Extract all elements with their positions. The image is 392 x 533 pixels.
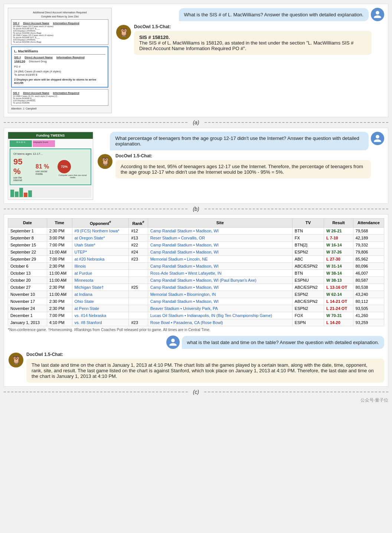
- divider-label-b: (b): [187, 206, 204, 212]
- divider-line-left-c: [4, 392, 188, 392]
- response-title-a: SIS # 158120.: [139, 35, 366, 40]
- col-header-date: Date: [8, 219, 47, 228]
- table-row: November 172:30 PMOhio StateCamp Randall…: [8, 298, 384, 305]
- table-cell: November 24: [8, 305, 47, 312]
- table-cell: BTN: [292, 227, 324, 234]
- table-cell: W 38-14: [324, 269, 353, 277]
- account-label: Direct Account Name: [24, 56, 53, 59]
- table-cell: 3:00 PM: [47, 234, 72, 241]
- watermark: 公众号·量子位: [4, 397, 388, 403]
- table-cell: Camp Randall Stadium • Madison, WI: [148, 284, 292, 291]
- col-header-opponent: Opponent#: [72, 219, 129, 228]
- table-cell: at Purdue: [72, 269, 129, 277]
- bar-chart-placeholder: [10, 187, 91, 198]
- doc-image-a: Additional Direct Account Information Re…: [8, 8, 112, 113]
- divider-line-right-c: [204, 392, 388, 392]
- table-row: November 242:30 PMat Penn StateBeaver St…: [8, 305, 384, 312]
- col-header-tv: TV: [292, 219, 324, 228]
- col-header-result: Result: [324, 219, 353, 228]
- table-cell: 85,962: [353, 255, 384, 262]
- doc-subtitle-a: Complete and Return by June 23rd: [11, 15, 108, 18]
- table-cell: January 1, 2013: [8, 319, 47, 326]
- owl-avatar-c: 🦉: [8, 352, 24, 368]
- response-body-a: The SIS # of L. MacWilliams is 158120, a…: [139, 40, 366, 51]
- table-cell: W 16-14: [324, 241, 353, 248]
- table-row: October 62:30 PMIllinoisCamp Randall Sta…: [8, 262, 384, 269]
- divider-a: (a): [4, 120, 388, 125]
- user-icon-c: [169, 338, 177, 347]
- table-cell: 79,568: [353, 227, 384, 234]
- table-cell: 42,189: [353, 234, 384, 241]
- chat-panel-a: What is the SIS # of L. MacWilliams? Ans…: [115, 8, 384, 113]
- person-name: L. MacWilliams: [14, 49, 105, 53]
- divider-label-a: (a): [187, 120, 204, 125]
- table-cell: L 27-30: [324, 255, 353, 262]
- table-cell: 80,587: [353, 277, 384, 284]
- table-cell: 79,806: [353, 248, 384, 255]
- table-cell: 93,259: [353, 319, 384, 326]
- table-cell: #9 (FCS) Northern Iowa*: [72, 227, 129, 234]
- table-row: October 1311:00 AMat PurdueRoss-Ade Stad…: [8, 269, 384, 277]
- table-cell: 7:00 PM: [47, 241, 72, 248]
- col-header-time: Time: [47, 219, 72, 228]
- table-cell: Utah State*: [72, 241, 129, 248]
- assistant-response-c: The last date and time on the chart is J…: [26, 359, 384, 383]
- table-cell: 79,332: [353, 241, 384, 248]
- table-cell: L 14-21 OT: [324, 298, 353, 305]
- divider-label-c: (c): [188, 389, 204, 395]
- table-cell: Illinois: [72, 262, 129, 269]
- user-question-c: what is the last date and time on the ta…: [182, 336, 384, 349]
- user-question-a: What is the SIS # of L. MacWilliams? Ans…: [179, 8, 369, 21]
- user-question-b: What percentage of teenagers from the ag…: [110, 132, 369, 150]
- table-cell: 4:10 PM: [47, 319, 72, 326]
- arrive-text: To arrive 8/18/95 $: [14, 73, 105, 76]
- chat-panel-b: What percentage of teenagers from the ag…: [97, 132, 384, 200]
- table-cell: W 37-26: [324, 248, 353, 255]
- table-cell: Ohio State: [72, 298, 129, 305]
- table-cell: Michigan State†: [72, 284, 129, 291]
- table-cell: Beaver Stadium • University Park, PA: [148, 305, 292, 312]
- stat2-value: 81 %: [36, 163, 53, 170]
- assistant-wrapper-b: 🦉 DocOwl 1.5-Chat: According to the text…: [97, 153, 384, 179]
- table-cell: [129, 277, 148, 284]
- user-avatar-a: [371, 8, 384, 21]
- assistant-label-b: DocOwl 1.5-Chat:: [115, 153, 384, 158]
- table-cell: Camp Randall Stadium • Madison, WI: [148, 227, 292, 234]
- table-cell: Memorial Stadium • Lincoln, NE: [148, 255, 292, 262]
- table-row: October 2011:00 AMMinnesotaCamp Randall …: [8, 277, 384, 284]
- stat1-label: use the Internet: [13, 176, 30, 182]
- table-cell: Memorial Stadium • Bloomington, IN: [148, 291, 292, 298]
- displays-text: 2 Displays per store will be shipped dir…: [14, 78, 105, 85]
- table-cell: October 13: [8, 269, 47, 277]
- table-cell: [129, 312, 148, 319]
- table-row: January 1, 20134:10 PMvs. #8 Stanford#23…: [8, 319, 384, 326]
- table-row: September 2211:00 AMUTEP*#24Camp Randall…: [8, 248, 384, 255]
- table-cell: 11:00 AM: [47, 248, 72, 255]
- table-cell: #12: [129, 227, 148, 234]
- table-cell: 80,096: [353, 262, 384, 269]
- circle-stat: 72%: [58, 160, 71, 173]
- table-row: September 12:30 PM#9 (FCS) Northern Iowa…: [8, 227, 384, 234]
- table-cell: September 8: [8, 234, 47, 241]
- table-cell: October 6: [8, 262, 47, 269]
- table-cell: November 17: [8, 298, 47, 305]
- table-cell: 2:30 PM: [47, 305, 72, 312]
- table-cell: [129, 291, 148, 298]
- game-table: Date Time Opponent# Rank# Site TV Result…: [8, 218, 384, 326]
- info-label: Information Required: [56, 56, 85, 59]
- table-cell: November 10: [8, 291, 47, 298]
- table-cell: ESPN2: [292, 305, 324, 312]
- assistant-wrapper-a: 🦉 DocOwl 1.5-Chat: SIS # 158120. The SIS…: [115, 24, 384, 55]
- table-cell: Camp Randall Stadium • Madison, WI (Paul…: [148, 277, 292, 284]
- table-row: September 83:00 PMat Oregon State*#13Res…: [8, 234, 384, 241]
- sis-label: SIS #: [14, 56, 21, 59]
- table-cell: Camp Randall Stadium • Madison, WI: [148, 262, 292, 269]
- table-cell: 2:30 PM: [47, 284, 72, 291]
- divider-c: (c): [4, 389, 388, 395]
- table-cell: Ross-Ade Stadium • West Lafayette, IN: [148, 269, 292, 277]
- table-cell: ABC: [292, 255, 324, 262]
- table-row: September 297:00 PMat #20 Nebraska#23Mem…: [8, 255, 384, 262]
- table-cell: #25: [129, 284, 148, 291]
- po-label: PO #: [14, 65, 105, 68]
- owl-icon-c: 🦉: [9, 353, 23, 367]
